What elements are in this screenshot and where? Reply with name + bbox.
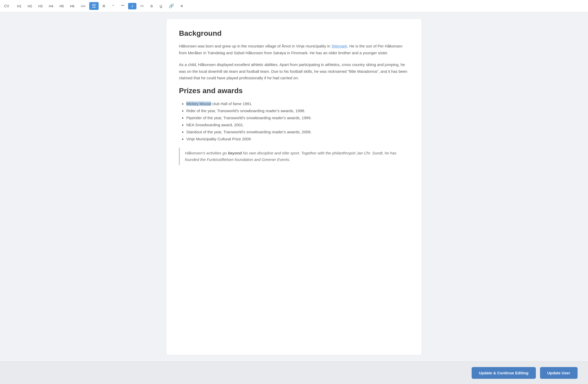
highlighted-text: Mickey Mouse: [186, 101, 211, 106]
unordered-list-button[interactable]: ☰: [89, 2, 99, 10]
editor-toolbar: CV H1 H2 H3 H4 H5 H6 </> ☰ ≡ " ”” I <> S…: [0, 0, 588, 12]
link-button[interactable]: 🔗: [166, 2, 177, 10]
prize-item-3: Piperider of the year, Transworld's snow…: [186, 114, 409, 121]
underline-button[interactable]: U: [157, 3, 165, 9]
blockquote-button[interactable]: ": [109, 3, 117, 10]
toolbar-label: CV: [4, 4, 9, 8]
ordered-list-button[interactable]: ≡: [100, 2, 108, 10]
background-para-1-text: Håkonsen was born and grew up in the mou…: [179, 44, 331, 48]
blockquote-section: Håkonsen's activities go beyond his own …: [179, 148, 409, 165]
prize-item-6: Vinje Municipality Cultural Prize 2009: [186, 135, 409, 142]
h2-button[interactable]: H2: [25, 3, 35, 9]
footer-bar: Update & Continue Editing Update User: [0, 362, 588, 384]
blockquote-bold: beyond: [228, 151, 242, 155]
h1-button[interactable]: H1: [14, 3, 24, 9]
bold-button[interactable]: ””: [118, 3, 127, 9]
background-para-1: Håkonsen was born and grew up in the mou…: [179, 43, 409, 56]
blockquote-before: Håkonsen's activities go: [185, 151, 228, 155]
h5-button[interactable]: H5: [57, 3, 67, 9]
h3-button[interactable]: H3: [36, 3, 45, 9]
blockquote-text: Håkonsen's activities go beyond his own …: [185, 150, 409, 163]
telemark-link[interactable]: Telemark: [331, 44, 347, 48]
prize-item-2: Rider of the year, Transworld's snowboar…: [186, 107, 409, 114]
prize-item-5: Standout of the year, Transworld's snowb…: [186, 128, 409, 135]
prizes-heading: Prizes and awards: [179, 87, 409, 95]
update-continue-editing-button[interactable]: Update & Continue Editing: [472, 367, 536, 379]
prize-item-1: Mickey Mouse club Hall of fame 1991.: [186, 100, 409, 107]
prize-item-4: NEA Snowboarding award, 2001.: [186, 121, 409, 128]
update-user-button[interactable]: Update User: [540, 367, 578, 379]
editor-card: Background Håkonsen was born and grew up…: [166, 19, 422, 355]
background-para-2: As a child, Håkonsen displayed excellent…: [179, 61, 409, 81]
italic-button[interactable]: I: [128, 3, 136, 9]
inline-code-button[interactable]: <>: [137, 3, 146, 9]
prize-item-1-cont: club Hall of fame 1991.: [211, 101, 253, 106]
clear-format-button[interactable]: ✕: [178, 3, 186, 9]
main-content-area: Background Håkonsen was born and grew up…: [0, 12, 588, 362]
prizes-list: Mickey Mouse club Hall of fame 1991. Rid…: [179, 100, 409, 142]
code-block-button[interactable]: </>: [78, 3, 88, 9]
background-heading: Background: [179, 29, 409, 38]
h6-button[interactable]: H6: [68, 3, 77, 9]
h4-button[interactable]: H4: [46, 3, 56, 9]
strikethrough-button[interactable]: S: [147, 3, 156, 9]
